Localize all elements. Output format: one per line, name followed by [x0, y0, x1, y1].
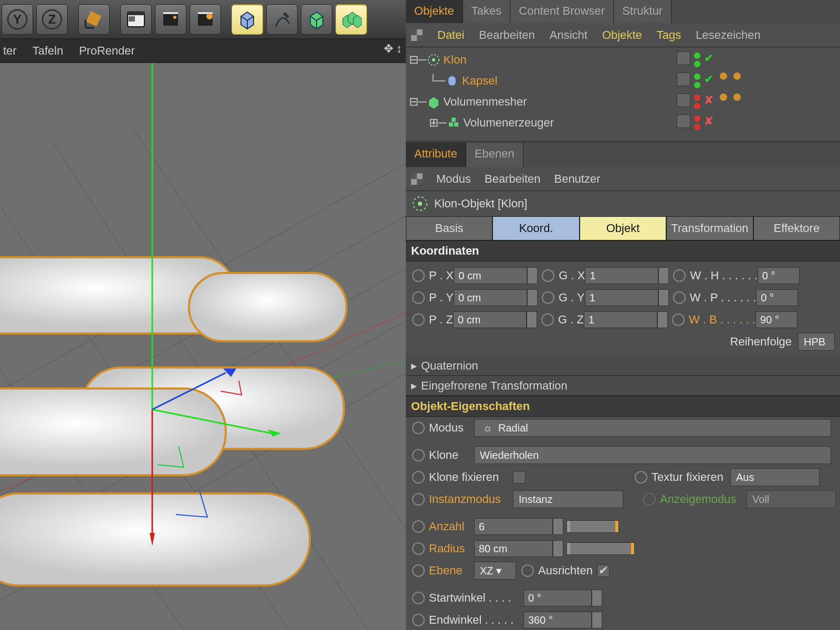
radio-gy[interactable] [542, 291, 554, 304]
instanz-select[interactable]: Instanz [513, 490, 623, 508]
gz-input[interactable] [584, 311, 657, 328]
spinner[interactable] [553, 540, 563, 557]
gy-input[interactable] [585, 289, 658, 306]
radio-instanz[interactable] [412, 493, 425, 506]
tree-item-volumenerzeuger[interactable]: Volumenerzeuger [460, 116, 840, 130]
radio-ausrichten[interactable] [521, 564, 534, 577]
menu-item[interactable]: Tafeln [33, 44, 64, 58]
radio-gx[interactable] [542, 269, 554, 282]
radius-slider[interactable] [566, 542, 635, 555]
subtab-effektor[interactable]: Effektore [753, 216, 840, 240]
ebene-select[interactable]: XZ ▾ [474, 562, 516, 580]
menu-ansicht[interactable]: Ansicht [550, 28, 587, 42]
radio-klone[interactable] [412, 449, 425, 461]
tab-attribute[interactable]: Attribute [406, 143, 466, 167]
array-button[interactable] [335, 4, 367, 35]
spinner[interactable] [658, 267, 669, 284]
tree-item-klon[interactable]: Klon [440, 53, 840, 67]
startwinkel-input[interactable] [523, 590, 592, 606]
spline-pen-button[interactable] [266, 4, 298, 35]
radio-klone-fix[interactable] [412, 471, 425, 484]
radio-py[interactable] [412, 291, 425, 304]
gx-input[interactable] [585, 267, 658, 284]
radio-wp[interactable] [673, 291, 686, 304]
radio-wh[interactable] [673, 269, 686, 282]
attr-menu-benutzer[interactable]: Benutzer [554, 172, 600, 186]
list-icon[interactable] [411, 173, 423, 185]
radio-modus[interactable] [412, 422, 425, 434]
spinner[interactable] [553, 518, 563, 535]
py-input[interactable] [454, 289, 527, 306]
subtab-objekt[interactable]: Objekt [580, 216, 666, 240]
radio-endwinkel[interactable] [412, 614, 425, 626]
wp-input[interactable] [756, 289, 798, 306]
render-settings-button[interactable] [190, 4, 221, 35]
wh-input[interactable] [758, 267, 800, 284]
endwinkel-input[interactable] [523, 612, 592, 628]
spinner[interactable] [527, 289, 538, 306]
tab-content-browser[interactable]: Content Browser [510, 0, 614, 23]
menu-item[interactable]: ProRender [79, 44, 134, 58]
menu-bearbeiten[interactable]: Bearbeiten [479, 28, 534, 42]
menu-objekte[interactable]: Objekte [602, 28, 642, 42]
subtab-koord[interactable]: Koord. [492, 216, 579, 240]
collapse-quaternion[interactable]: Quaternion [406, 356, 840, 376]
ausrichten-checkbox[interactable]: ✔ [597, 564, 610, 577]
render-picture-button[interactable] [155, 4, 186, 35]
tree-item-kapsel[interactable]: Kapsel [459, 74, 840, 88]
radio-wb[interactable] [672, 313, 685, 326]
tab-takes[interactable]: Takes [463, 0, 510, 23]
anzahl-slider[interactable] [566, 520, 619, 533]
subtab-basis[interactable]: Basis [406, 216, 492, 240]
reihenfolge-select[interactable]: HPB [798, 333, 835, 351]
spinner[interactable] [592, 612, 602, 628]
radio-radius[interactable] [412, 542, 425, 555]
tab-struktur[interactable]: Struktur [614, 0, 671, 23]
viewport[interactable] [0, 63, 406, 630]
radio-anzahl[interactable] [412, 520, 425, 533]
spinner[interactable] [527, 267, 538, 284]
attr-menu-modus[interactable]: Modus [436, 172, 471, 186]
spinner[interactable] [658, 289, 669, 306]
tree-item-volumenmesher[interactable]: Volumenmesher [440, 95, 840, 109]
textur-fix-select[interactable]: Aus [730, 468, 820, 486]
radio-textur-fix[interactable] [635, 471, 647, 484]
svg-rect-37 [448, 76, 456, 86]
wb-input[interactable] [755, 311, 797, 328]
radio-px[interactable] [412, 269, 425, 282]
spinner[interactable] [592, 590, 602, 606]
menu-tags[interactable]: Tags [657, 28, 681, 42]
svg-rect-4 [86, 11, 101, 26]
attr-menu-bearbeiten[interactable]: Bearbeiten [485, 172, 540, 186]
radius-input[interactable] [474, 540, 553, 557]
px-input[interactable] [454, 267, 527, 284]
svg-point-9 [173, 16, 176, 19]
klone-select[interactable]: Wiederholen [474, 446, 831, 464]
collapse-eingefroren[interactable]: Eingefrorene Transformation [406, 376, 840, 396]
spinner[interactable] [657, 311, 668, 328]
radio-pz[interactable] [412, 313, 425, 326]
pz-input[interactable] [453, 311, 527, 328]
axis-y-button[interactable]: Y [2, 4, 33, 35]
klone-fix-checkbox[interactable] [513, 471, 526, 484]
spinner[interactable] [527, 311, 537, 328]
menu-datei[interactable]: Datei [437, 28, 464, 42]
tab-objekte-top[interactable]: Objekte [406, 0, 463, 23]
subtab-transformation[interactable]: Transformation [666, 216, 753, 240]
radio-ebene[interactable] [412, 564, 425, 577]
render-view-button[interactable] [120, 4, 152, 35]
object-manager-tabs: Objekte Takes Content Browser Struktur [406, 0, 840, 23]
object-tree[interactable]: ⊟─ Klon ✔ └─ Kapsel ✔ ⊟─ Volumenmesher ✘… [406, 47, 840, 141]
generator-button[interactable] [301, 4, 332, 35]
primitive-cube-button[interactable] [232, 4, 263, 35]
tab-ebenen[interactable]: Ebenen [466, 143, 523, 167]
anzahl-input[interactable] [474, 518, 553, 535]
list-icon[interactable] [411, 29, 423, 41]
radio-gz[interactable] [541, 313, 554, 326]
modus-select[interactable]: ☼ Radial [474, 419, 831, 437]
coord-system-button[interactable] [78, 4, 110, 35]
radio-startwinkel[interactable] [412, 592, 425, 604]
menu-item[interactable]: ter [3, 44, 17, 58]
axis-z-button[interactable]: Z [36, 4, 68, 35]
menu-lesezeichen[interactable]: Lesezeichen [696, 28, 761, 42]
